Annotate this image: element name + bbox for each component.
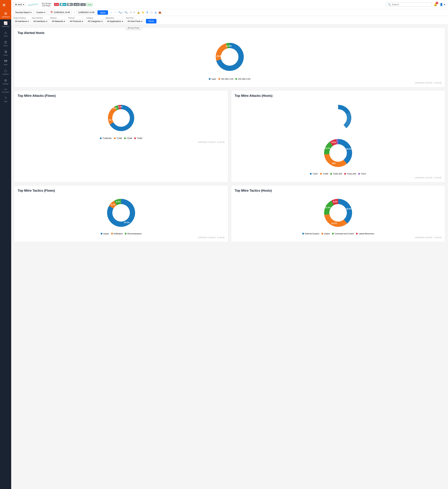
back-icon[interactable]: ← (110, 10, 113, 14)
sidebar-item-alerts[interactable]: ⚠ Alerts (0, 29, 11, 39)
legend-dot (114, 137, 116, 139)
top-mitre-tactics-flows-title: Top Mitre Tactics (Flows) (18, 189, 225, 193)
share-icon[interactable]: 📤 (158, 10, 162, 14)
lock-icon[interactable]: 🔒 (137, 10, 140, 14)
download-icon[interactable]: ⬇ (146, 10, 149, 14)
flow-badge-3[interactable]: ☁ 24 (73, 3, 80, 6)
report-label: Security Report (15, 11, 30, 14)
traffic-sparkline (28, 3, 38, 6)
flow-badge-1[interactable]: ⬜ 24 (60, 3, 66, 6)
flow-badge-2[interactable]: ⬜ 2 (67, 3, 73, 6)
custom-label: Custom (36, 11, 44, 14)
monitoring-icon: 📈 (4, 21, 8, 25)
refresh2-icon[interactable]: ↻ (133, 10, 136, 14)
legend-item: T1595 (134, 137, 142, 139)
sidebar-item-flows[interactable]: ☰ Flows › (0, 39, 11, 48)
sidebar-item-dashboard[interactable]: ⊞ Dashboard (0, 10, 11, 19)
legend-item: T1498 (114, 137, 122, 139)
main-area: 🖥 eno1 ▾ 521.50 bps 2.50 Kbps ⚠ 4 ⬜ 24 ⬜… (11, 0, 448, 489)
mitre-hosts-donut-container: 39.2%34%16.5%8.2% (317, 135, 359, 171)
network-select[interactable]: All Networks ▾ (50, 19, 67, 24)
svg-text:8.2%: 8.2% (332, 141, 336, 143)
ntop-badge[interactable]: ntop (86, 3, 93, 6)
input-interface-label: Input Interface (32, 17, 49, 19)
protocol-select[interactable]: All Protocols ▾ (68, 19, 85, 24)
custom-selector[interactable]: Custom ▾ (34, 10, 47, 15)
mitre-flows-donut: 66.7% 16.7% 8.3% 8.3% (100, 100, 142, 135)
legend-item: Impact (321, 233, 330, 235)
file-icon[interactable]: 📄 (149, 10, 153, 14)
chevron-right-icon: › (10, 71, 11, 73)
legend-dot (302, 233, 304, 235)
input-interface-value: All Interfaces (33, 20, 45, 23)
category-label: Category (86, 17, 104, 19)
flow-badge-4[interactable]: ≡ 17 (80, 3, 86, 6)
legend-label: T1001.003 (333, 173, 342, 175)
sidebar-item-settings[interactable]: ⚙ Settings (0, 77, 11, 86)
legend-item: T1027 (310, 173, 318, 175)
topbar: 🖥 eno1 ▾ 521.50 bps 2.50 Kbps ⚠ 4 ⬜ 24 ⬜… (11, 0, 448, 9)
zoom-in-icon[interactable]: 🔍+ (118, 10, 123, 14)
legend-label: Defense Evasion (305, 233, 319, 235)
settings-icon: ⚙ (4, 79, 7, 82)
tactics-hosts-timestamp: 12/08/2024 14:06:00 - 14:36:00 (235, 236, 441, 238)
report-selector[interactable]: Security Report ▾ (13, 10, 33, 15)
legend-dot (124, 137, 126, 139)
legend-label: T1498.001 (103, 137, 112, 139)
apply-button[interactable]: Apply (98, 10, 108, 15)
sidebar-logo[interactable]: n (0, 0, 11, 10)
application-select[interactable]: All Applications ▾ (106, 19, 125, 24)
date-to-input[interactable]: 12/08/2024 14:36 (76, 10, 96, 15)
forward-icon[interactable]: → (114, 10, 117, 14)
search-box[interactable]: 🔍 (386, 2, 432, 7)
chevron-down-icon: ▾ (82, 20, 83, 23)
legend-dot (320, 173, 322, 175)
sidebar-item-maps[interactable]: 🗺 Maps › (0, 58, 11, 67)
output-interface-value: All Interfaces (15, 20, 27, 23)
folder-icon[interactable]: 📁 (141, 10, 145, 14)
dropbar: Output Interface All Interfaces ▾ Input … (11, 16, 448, 25)
traffic-badges: ⚠ 4 ⬜ 24 ⬜ 2 ☁ 24 ≡ 17 ntop (54, 3, 93, 6)
sidebar-item-developer[interactable]: </> Developer › (0, 86, 11, 95)
sidebar-item-interface[interactable]: ⬡ Interface › (0, 67, 11, 77)
output-interface-select[interactable]: All Interfaces ▾ (13, 19, 30, 24)
mitre-flows-legend: T1498.001 T1498 T1048 T1595 (100, 137, 142, 139)
interface-selector[interactable]: 🖥 eno1 ▾ (13, 2, 26, 7)
tactics-flows-timestamp: 12/08/2024 14:06:00 - 14:36:00 (18, 236, 225, 238)
network-value: All Networks (52, 20, 64, 23)
legend-label: Lateral Movement (358, 233, 374, 235)
legend-label: Exfiltration (114, 233, 123, 235)
host-pool-select[interactable]: All Host Pools ▾ (126, 19, 144, 24)
date-from-input[interactable]: 📅 12/08/2024 14:06 (48, 10, 72, 15)
top-mitre-tactics-hosts-section: Top Mitre Tactics (Hosts) 38.8%33.7%19.4… (231, 185, 445, 242)
sidebar-item-help[interactable]: ? Help (0, 95, 11, 104)
alerted-hosts-donut: 64.0% 24.0% 12.0% (205, 38, 254, 76)
notification-button[interactable]: 🔔 3 (433, 2, 438, 7)
host-pool-group: Host Pool All Host Pools ▾ All Host Pool… (126, 17, 144, 24)
tactics-flows-legend: Impact Exfiltration Reconnaissance (101, 233, 142, 235)
input-interface-select[interactable]: All Interfaces ▾ (32, 19, 49, 24)
flows-icon: ☰ (4, 41, 7, 44)
application-label: Application (106, 17, 125, 19)
sidebar-item-monitoring[interactable]: 📈 Monitoring › (0, 19, 11, 29)
sidebar-item-hosts[interactable]: 🖥 Hosts › (0, 48, 11, 58)
category-select[interactable]: All Categories ▾ (86, 19, 104, 24)
svg-text:8.3%: 8.3% (116, 201, 120, 203)
zoom-out-icon[interactable]: 🔍- (124, 10, 129, 14)
alert-badge[interactable]: ⚠ 4 (54, 3, 59, 6)
chevron-down-icon: ▾ (44, 11, 45, 14)
svg-text:24.0%: 24.0% (216, 55, 222, 57)
chevron-down-icon: ▾ (141, 20, 142, 23)
svg-text:16.7%: 16.7% (109, 119, 114, 121)
sidebar-item-label: Monitoring (2, 25, 9, 27)
reset-button[interactable]: Reset (146, 19, 156, 24)
legend-dot (209, 78, 211, 80)
developer-icon: </> (4, 88, 7, 91)
mitre-hosts-donut (317, 100, 359, 135)
user-menu-button[interactable]: 👤 ▾ (439, 2, 446, 7)
print-icon[interactable]: 🖨 (154, 10, 157, 14)
search-input[interactable] (392, 3, 430, 6)
refresh-icon[interactable]: ↺ (129, 10, 132, 14)
chevron-right-icon: › (10, 90, 11, 91)
legend-dot (344, 173, 346, 175)
